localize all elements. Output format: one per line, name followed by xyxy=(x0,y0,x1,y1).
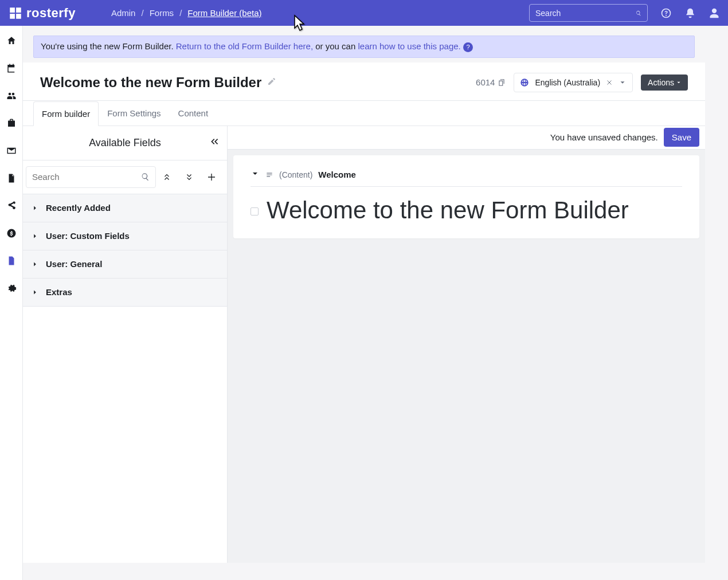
page-title: Welcome to the new Form Builder xyxy=(40,75,261,91)
tab-content[interactable]: Content xyxy=(170,101,217,126)
briefcase-icon xyxy=(6,118,17,128)
globe-icon xyxy=(520,78,529,87)
nav-briefcase[interactable] xyxy=(6,117,17,129)
banner-learn-link[interactable]: learn how to use this page. xyxy=(358,41,460,51)
content-type-icon xyxy=(265,171,273,179)
field-group-user-general[interactable]: User: General xyxy=(23,250,227,278)
main-region: You're using the new Form Builder. Retur… xyxy=(23,26,705,563)
form-icon xyxy=(6,256,17,266)
breadcrumb-current[interactable]: Form Builder (beta) xyxy=(187,8,261,18)
clear-icon[interactable] xyxy=(606,79,613,86)
gear-icon xyxy=(6,283,17,293)
topbar: rosterfy Admin / Forms / Form Builder (b… xyxy=(0,0,728,26)
left-nav-rail xyxy=(0,26,23,580)
nav-forms[interactable] xyxy=(6,255,17,267)
chevrons-down-icon xyxy=(185,173,194,182)
account-button[interactable] xyxy=(709,7,720,19)
mail-icon xyxy=(6,146,17,156)
pencil-icon xyxy=(267,77,276,86)
field-group-extras[interactable]: Extras xyxy=(23,278,227,306)
share-icon xyxy=(6,201,17,211)
tab-form-settings[interactable]: Form Settings xyxy=(99,101,169,126)
home-icon xyxy=(6,36,17,46)
section-title[interactable]: Welcome to the new Form Builder xyxy=(267,196,629,225)
user-icon xyxy=(709,7,720,19)
section-name: Welcome xyxy=(318,170,356,179)
actions-button[interactable]: Actions xyxy=(641,75,688,91)
form-id[interactable]: 6014 xyxy=(476,77,506,87)
nav-settings[interactable] xyxy=(6,283,17,294)
fields-search[interactable] xyxy=(26,166,156,188)
search-icon xyxy=(141,173,150,181)
section-toggle[interactable] xyxy=(251,169,260,181)
brand-name: rosterfy xyxy=(26,6,76,21)
banner-help-icon[interactable]: ? xyxy=(463,42,473,52)
copy-icon xyxy=(498,79,506,87)
people-icon xyxy=(6,91,17,101)
panel-collapse-button[interactable] xyxy=(209,136,220,150)
nav-dollar[interactable] xyxy=(6,228,17,239)
save-button[interactable]: Save xyxy=(664,128,699,147)
search-icon xyxy=(636,9,641,18)
language-value: English (Australia) xyxy=(535,78,600,87)
tabs: Form builder Form Settings Content xyxy=(23,101,705,126)
dollar-circle-icon xyxy=(6,228,17,238)
edit-title-button[interactable] xyxy=(267,77,276,88)
global-search[interactable] xyxy=(529,4,648,22)
add-field-button[interactable] xyxy=(200,173,222,182)
chevron-right-icon xyxy=(31,232,39,240)
banner-return-link[interactable]: Return to the old Form Builder here, xyxy=(176,41,313,51)
unsaved-changes-msg: You have unsaved changes. xyxy=(550,132,658,142)
chevrons-up-icon xyxy=(162,173,171,182)
title-row: Welcome to the new Form Builder 6014 Eng… xyxy=(23,62,705,101)
global-search-input[interactable] xyxy=(535,9,636,18)
available-fields-panel: Available Fields Recently A xyxy=(23,126,228,563)
section-type-label: (Content) xyxy=(279,170,312,179)
tab-form-builder[interactable]: Form builder xyxy=(33,101,99,126)
content-section[interactable]: (Content) Welcome Welcome to the new For… xyxy=(233,155,699,238)
help-button[interactable] xyxy=(660,7,672,19)
chevron-right-icon xyxy=(31,288,39,296)
nav-calendar[interactable] xyxy=(6,62,17,74)
bell-icon xyxy=(684,7,696,19)
nav-file[interactable] xyxy=(6,173,17,184)
chevron-down-icon xyxy=(251,169,260,178)
language-select[interactable]: English (Australia) xyxy=(514,73,633,92)
field-group-custom-fields[interactable]: User: Custom Fields xyxy=(23,222,227,250)
fields-panel-title: Available Fields xyxy=(89,137,161,149)
brand-logo-icon xyxy=(8,6,23,21)
nav-share[interactable] xyxy=(6,200,17,211)
breadcrumb-link[interactable]: Admin xyxy=(111,8,136,18)
chevron-right-icon xyxy=(31,204,39,212)
topbar-right xyxy=(529,4,720,22)
plus-icon xyxy=(207,173,216,182)
chevron-right-icon xyxy=(31,260,39,268)
nav-people[interactable] xyxy=(6,90,17,101)
expand-all-button[interactable] xyxy=(178,173,201,182)
field-group-recently-added[interactable]: Recently Added xyxy=(23,194,227,222)
file-icon xyxy=(6,173,17,183)
info-banner: You're using the new Form Builder. Retur… xyxy=(33,36,695,58)
help-circle-icon xyxy=(660,7,672,19)
breadcrumb: Admin / Forms / Form Builder (beta) xyxy=(111,8,262,18)
nav-mail[interactable] xyxy=(6,145,17,156)
calendar-icon xyxy=(6,63,17,73)
save-bar: You have unsaved changes. Save xyxy=(228,126,705,150)
builder: Available Fields Recently A xyxy=(23,126,705,563)
section-checkbox[interactable] xyxy=(251,207,259,215)
collapse-all-button[interactable] xyxy=(156,173,178,182)
nav-home[interactable] xyxy=(6,35,17,46)
notifications-button[interactable] xyxy=(684,7,696,19)
chevron-down-icon[interactable] xyxy=(619,79,627,87)
breadcrumb-link[interactable]: Forms xyxy=(150,8,174,18)
fields-search-input[interactable] xyxy=(32,172,141,182)
form-canvas: You have unsaved changes. Save (Content)… xyxy=(228,126,705,563)
caret-down-icon xyxy=(676,80,681,85)
chevron-double-left-icon xyxy=(209,136,220,147)
brand[interactable]: rosterfy xyxy=(0,0,84,26)
